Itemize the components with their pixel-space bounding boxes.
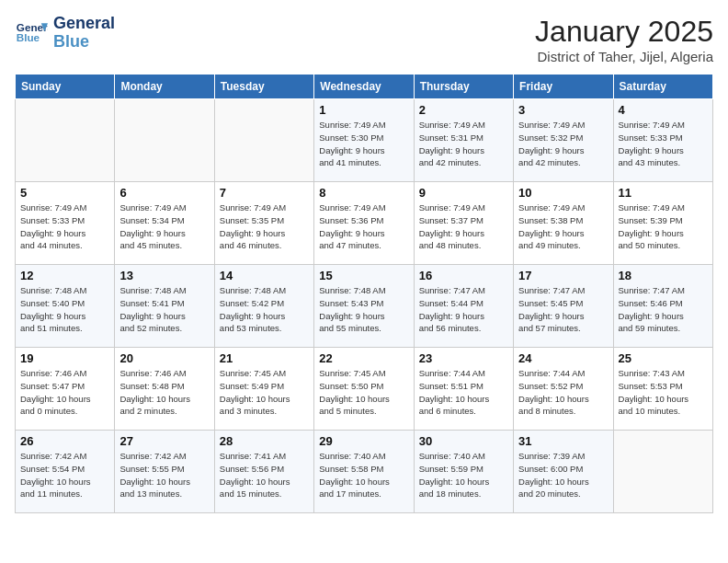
day-info: Sunrise: 7:40 AM Sunset: 5:58 PM Dayligh… [319,450,408,500]
calendar-cell: 11Sunrise: 7:49 AM Sunset: 5:39 PM Dayli… [613,182,712,265]
day-header-tuesday: Tuesday [214,75,313,99]
day-info: Sunrise: 7:44 AM Sunset: 5:52 PM Dayligh… [518,367,608,418]
day-number: 16 [419,269,508,282]
calendar-cell: 13Sunrise: 7:48 AM Sunset: 5:41 PM Dayli… [115,265,214,348]
day-info: Sunrise: 7:49 AM Sunset: 5:37 PM Dayligh… [419,201,508,252]
day-header-friday: Friday [514,75,613,99]
day-info: Sunrise: 7:48 AM Sunset: 5:42 PM Dayligh… [220,284,309,335]
day-number: 25 [619,351,708,365]
calendar-cell: 9Sunrise: 7:49 AM Sunset: 5:37 PM Daylig… [414,182,513,265]
calendar-cell: 27Sunrise: 7:42 AM Sunset: 5:55 PM Dayli… [115,431,214,513]
day-number: 12 [20,269,109,282]
day-info: Sunrise: 7:49 AM Sunset: 5:33 PM Dayligh… [619,119,708,169]
calendar-cell: 31Sunrise: 7:39 AM Sunset: 6:00 PM Dayli… [514,431,613,513]
calendar-cell: 10Sunrise: 7:49 AM Sunset: 5:38 PM Dayli… [514,182,613,265]
day-number: 22 [319,351,408,365]
day-info: Sunrise: 7:42 AM Sunset: 5:54 PM Dayligh… [20,450,109,500]
calendar-body: 1Sunrise: 7:49 AM Sunset: 5:30 PM Daylig… [16,99,713,513]
calendar-cell: 19Sunrise: 7:46 AM Sunset: 5:47 PM Dayli… [16,348,115,431]
calendar-cell: 30Sunrise: 7:40 AM Sunset: 5:59 PM Dayli… [414,431,513,513]
day-number: 15 [319,269,408,282]
day-number: 24 [518,351,608,365]
header: General Blue General Blue January 2025 D… [15,15,713,64]
calendar-cell [16,99,115,182]
day-number: 6 [119,186,209,200]
calendar-subtitle: District of Taher, Jijel, Algeria [535,49,713,64]
calendar-cell: 7Sunrise: 7:49 AM Sunset: 5:35 PM Daylig… [214,182,313,265]
calendar-title: January 2025 [535,15,713,49]
calendar-cell: 25Sunrise: 7:43 AM Sunset: 5:53 PM Dayli… [613,348,712,431]
day-info: Sunrise: 7:48 AM Sunset: 5:41 PM Dayligh… [119,284,209,335]
calendar-week-3: 12Sunrise: 7:48 AM Sunset: 5:40 PM Dayli… [16,265,713,348]
calendar-cell: 21Sunrise: 7:45 AM Sunset: 5:49 PM Dayli… [214,348,313,431]
calendar-week-5: 26Sunrise: 7:42 AM Sunset: 5:54 PM Dayli… [16,431,713,513]
day-number: 23 [419,351,508,365]
calendar-cell: 29Sunrise: 7:40 AM Sunset: 5:58 PM Dayli… [314,431,414,513]
day-info: Sunrise: 7:46 AM Sunset: 5:47 PM Dayligh… [20,367,109,418]
day-info: Sunrise: 7:48 AM Sunset: 5:43 PM Dayligh… [319,284,408,335]
day-header-sunday: Sunday [16,75,115,99]
day-info: Sunrise: 7:49 AM Sunset: 5:31 PM Dayligh… [419,119,508,169]
day-info: Sunrise: 7:44 AM Sunset: 5:51 PM Dayligh… [419,367,508,418]
calendar-table: SundayMondayTuesdayWednesdayThursdayFrid… [15,74,713,513]
day-info: Sunrise: 7:47 AM Sunset: 5:44 PM Dayligh… [419,284,508,335]
day-number: 8 [319,186,408,200]
calendar-cell: 3Sunrise: 7:49 AM Sunset: 5:32 PM Daylig… [514,99,613,182]
calendar-week-4: 19Sunrise: 7:46 AM Sunset: 5:47 PM Dayli… [16,348,713,431]
day-number: 19 [20,351,109,365]
day-header-monday: Monday [115,75,214,99]
day-header-wednesday: Wednesday [314,75,414,99]
day-number: 30 [419,434,508,448]
calendar-cell: 15Sunrise: 7:48 AM Sunset: 5:43 PM Dayli… [314,265,414,348]
day-number: 5 [20,186,109,200]
calendar-cell: 24Sunrise: 7:44 AM Sunset: 5:52 PM Dayli… [514,348,613,431]
calendar-cell: 5Sunrise: 7:49 AM Sunset: 5:33 PM Daylig… [16,182,115,265]
day-number: 11 [619,186,708,200]
day-info: Sunrise: 7:49 AM Sunset: 5:39 PM Dayligh… [619,201,708,252]
day-info: Sunrise: 7:45 AM Sunset: 5:49 PM Dayligh… [220,367,309,418]
calendar-week-1: 1Sunrise: 7:49 AM Sunset: 5:30 PM Daylig… [16,99,713,182]
calendar-cell: 4Sunrise: 7:49 AM Sunset: 5:33 PM Daylig… [613,99,712,182]
title-area: January 2025 District of Taher, Jijel, A… [535,15,713,64]
calendar-cell [214,99,313,182]
day-number: 13 [119,269,209,282]
day-info: Sunrise: 7:49 AM Sunset: 5:36 PM Dayligh… [319,201,408,252]
calendar-cell: 1Sunrise: 7:49 AM Sunset: 5:30 PM Daylig… [314,99,414,182]
calendar-cell: 14Sunrise: 7:48 AM Sunset: 5:42 PM Dayli… [214,265,313,348]
day-info: Sunrise: 7:41 AM Sunset: 5:56 PM Dayligh… [220,450,309,500]
day-info: Sunrise: 7:49 AM Sunset: 5:33 PM Dayligh… [20,201,109,252]
calendar-cell: 26Sunrise: 7:42 AM Sunset: 5:54 PM Dayli… [16,431,115,513]
day-number: 3 [518,103,608,117]
day-info: Sunrise: 7:45 AM Sunset: 5:50 PM Dayligh… [319,367,408,418]
day-info: Sunrise: 7:49 AM Sunset: 5:32 PM Dayligh… [518,119,608,169]
calendar-week-2: 5Sunrise: 7:49 AM Sunset: 5:33 PM Daylig… [16,182,713,265]
day-number: 28 [220,434,309,448]
day-header-thursday: Thursday [414,75,513,99]
day-number: 7 [220,186,309,200]
day-header-saturday: Saturday [613,75,712,99]
calendar-cell [613,431,712,513]
calendar-cell: 18Sunrise: 7:47 AM Sunset: 5:46 PM Dayli… [613,265,712,348]
day-number: 27 [119,434,209,448]
day-info: Sunrise: 7:49 AM Sunset: 5:34 PM Dayligh… [119,201,209,252]
calendar-cell [115,99,214,182]
day-info: Sunrise: 7:43 AM Sunset: 5:53 PM Dayligh… [619,367,708,418]
day-number: 1 [319,103,408,117]
calendar-cell: 2Sunrise: 7:49 AM Sunset: 5:31 PM Daylig… [414,99,513,182]
calendar-cell: 20Sunrise: 7:46 AM Sunset: 5:48 PM Dayli… [115,348,214,431]
calendar-cell: 22Sunrise: 7:45 AM Sunset: 5:50 PM Dayli… [314,348,414,431]
day-number: 31 [518,434,608,448]
calendar-cell: 12Sunrise: 7:48 AM Sunset: 5:40 PM Dayli… [16,265,115,348]
day-info: Sunrise: 7:46 AM Sunset: 5:48 PM Dayligh… [119,367,209,418]
calendar-cell: 6Sunrise: 7:49 AM Sunset: 5:34 PM Daylig… [115,182,214,265]
calendar-cell: 28Sunrise: 7:41 AM Sunset: 5:56 PM Dayli… [214,431,313,513]
logo-text: General Blue [53,15,115,52]
calendar-cell: 23Sunrise: 7:44 AM Sunset: 5:51 PM Dayli… [414,348,513,431]
logo-icon: General Blue [15,17,48,50]
day-info: Sunrise: 7:47 AM Sunset: 5:46 PM Dayligh… [619,284,708,335]
day-info: Sunrise: 7:49 AM Sunset: 5:35 PM Dayligh… [220,201,309,252]
svg-text:Blue: Blue [17,31,40,43]
calendar-cell: 8Sunrise: 7:49 AM Sunset: 5:36 PM Daylig… [314,182,414,265]
day-number: 10 [518,186,608,200]
day-info: Sunrise: 7:42 AM Sunset: 5:55 PM Dayligh… [119,450,209,500]
